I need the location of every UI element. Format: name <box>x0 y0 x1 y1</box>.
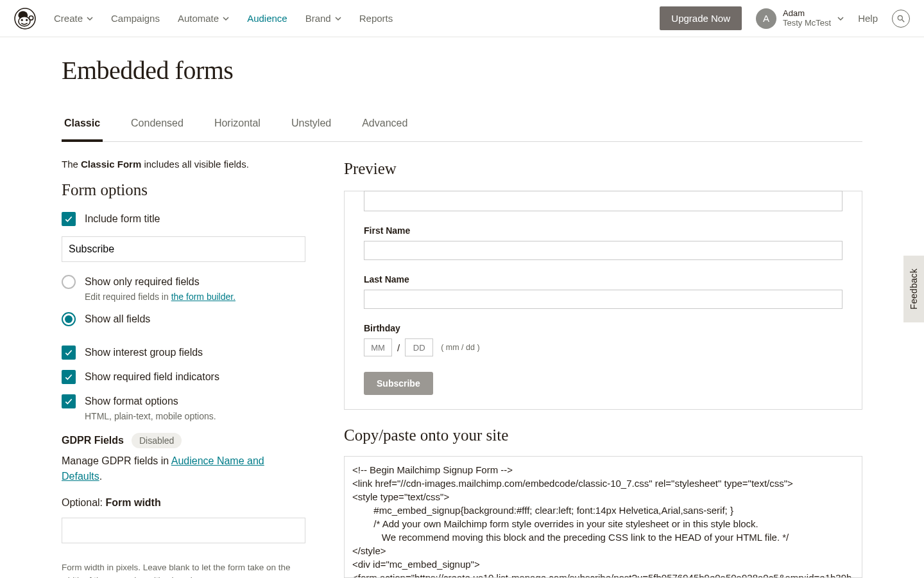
opt-sub: HTML, plain-text, mobile options. <box>85 411 216 421</box>
svg-point-5 <box>29 15 33 19</box>
subscribe-button[interactable]: Subscribe <box>364 372 433 395</box>
preview-field-birthday: Birthday / ( mm / dd ) <box>364 323 843 356</box>
logo[interactable] <box>14 8 36 30</box>
first-name-input[interactable] <box>364 241 843 260</box>
page: Embedded forms Classic Condensed Horizon… <box>46 55 878 578</box>
opt-label: Show all fields <box>85 312 150 326</box>
monkey-logo-icon <box>14 8 36 30</box>
feedback-label: Feedback <box>909 268 919 310</box>
account-menu[interactable]: A Adam Testy McTest <box>756 8 844 29</box>
embed-code-box[interactable]: <!-- Begin Mailchimp Signup Form --> <li… <box>344 456 862 578</box>
svg-line-7 <box>902 19 905 22</box>
opt-label: Show only required fields <box>85 275 235 289</box>
gdpr-badge: Disabled <box>132 433 182 448</box>
top-nav: Create Campaigns Automate Audience Brand… <box>0 0 924 37</box>
form-width-bold: Form width <box>105 497 160 508</box>
nav-item-create[interactable]: Create <box>54 13 93 24</box>
bday-hint: ( mm / dd ) <box>441 343 479 352</box>
account-name: Adam <box>783 9 831 19</box>
chevron-down-icon <box>335 15 341 22</box>
opt-label: Show required field indicators <box>85 370 219 384</box>
radio-all-fields[interactable] <box>62 312 76 326</box>
opt-interest-groups: Show interest group fields <box>62 346 305 360</box>
preview-field-first-name: First Name <box>364 225 843 260</box>
intro-text: The Classic Form includes all visible fi… <box>62 159 305 170</box>
opt-format-options: Show format options HTML, plain-text, mo… <box>62 394 305 421</box>
nav-label: Campaigns <box>111 13 160 24</box>
tab-advanced[interactable]: Advanced <box>359 111 410 141</box>
opt-sub: Edit required fields in the form builder… <box>85 292 235 302</box>
opt-include-title: Include form title <box>62 212 305 226</box>
nav-items: Create Campaigns Automate Audience Brand… <box>54 13 660 24</box>
input-form-width[interactable] <box>62 518 305 543</box>
form-builder-link[interactable]: the form builder. <box>171 292 235 302</box>
opt-required-only: Show only required fields Edit required … <box>62 275 305 302</box>
preview-box: First Name Last Name Birthday / ( mm / d… <box>344 191 862 410</box>
opt-sub-pre: Edit required fields in <box>85 292 171 302</box>
field-label: First Name <box>364 225 843 236</box>
help-link[interactable]: Help <box>858 13 878 24</box>
last-name-input[interactable] <box>364 290 843 309</box>
page-title: Embedded forms <box>62 55 862 85</box>
tab-classic[interactable]: Classic <box>62 111 103 142</box>
nav-item-automate[interactable]: Automate <box>178 13 229 24</box>
nav-right: Upgrade Now A Adam Testy McTest Help <box>660 6 910 30</box>
nav-item-reports[interactable]: Reports <box>359 13 393 24</box>
checkbox-required-indicators[interactable] <box>62 370 76 384</box>
tab-condensed[interactable]: Condensed <box>128 111 186 141</box>
gdpr-row: GDPR Fields Disabled <box>62 433 305 448</box>
form-width-pre: Optional: <box>62 497 105 508</box>
opt-label: Include form title <box>85 212 160 226</box>
nav-label: Audience <box>247 13 287 24</box>
bday-slash: / <box>397 342 400 353</box>
upgrade-button[interactable]: Upgrade Now <box>660 6 742 30</box>
checkbox-include-title[interactable] <box>62 212 76 226</box>
form-width-help: Form width in pixels. Leave blank to let… <box>62 561 305 578</box>
chevron-down-icon <box>837 15 844 22</box>
avatar: A <box>756 8 776 29</box>
nav-label: Brand <box>305 13 331 24</box>
chevron-down-icon <box>87 15 93 22</box>
input-form-title[interactable] <box>62 236 305 262</box>
search-icon <box>896 14 905 23</box>
search-button[interactable] <box>892 10 910 28</box>
account-text: Adam Testy McTest <box>783 9 831 28</box>
birthday-dd-input[interactable] <box>405 338 433 356</box>
gdpr-text-post: . <box>99 471 102 482</box>
intro-post: includes all visible fields. <box>141 159 249 170</box>
nav-item-audience[interactable]: Audience <box>247 13 287 24</box>
preview-heading: Preview <box>344 160 862 178</box>
checkbox-format-options[interactable] <box>62 394 76 408</box>
nav-item-brand[interactable]: Brand <box>305 13 341 24</box>
tab-unstyled[interactable]: Unstyled <box>289 111 334 141</box>
checkbox-interest-groups[interactable] <box>62 346 76 360</box>
nav-label: Create <box>54 13 83 24</box>
form-options-heading: Form options <box>62 181 305 199</box>
svg-point-3 <box>21 19 23 21</box>
copypaste-heading: Copy/paste onto your site <box>344 426 862 444</box>
account-sub: Testy McTest <box>783 19 831 28</box>
tab-horizontal[interactable]: Horizontal <box>212 111 263 141</box>
options-panel: The Classic Form includes all visible fi… <box>62 159 305 578</box>
birthday-mm-input[interactable] <box>364 338 392 356</box>
svg-point-6 <box>898 15 902 20</box>
opt-label: Show format options <box>85 394 216 408</box>
nav-item-campaigns[interactable]: Campaigns <box>111 13 160 24</box>
preview-input-top[interactable] <box>364 191 843 211</box>
gdpr-label: GDPR Fields <box>62 435 124 446</box>
gdpr-text-pre: Manage GDPR fields in <box>62 455 171 466</box>
opt-label: Show interest group fields <box>85 346 203 360</box>
field-label: Birthday <box>364 323 843 333</box>
nav-label: Automate <box>178 13 219 24</box>
intro-bold: Classic Form <box>81 159 141 170</box>
opt-required-indicators: Show required field indicators <box>62 370 305 384</box>
feedback-tab[interactable]: Feedback <box>903 256 924 322</box>
radio-required-only[interactable] <box>62 275 76 289</box>
preview-panel: Preview First Name Last Name Birthday / <box>344 159 862 578</box>
svg-point-4 <box>26 19 28 21</box>
chevron-down-icon <box>223 15 229 22</box>
form-width-label: Optional: Form width <box>62 497 305 509</box>
preview-field-last-name: Last Name <box>364 274 843 309</box>
gdpr-text: Manage GDPR fields in Audience Name and … <box>62 453 305 484</box>
nav-label: Reports <box>359 13 393 24</box>
